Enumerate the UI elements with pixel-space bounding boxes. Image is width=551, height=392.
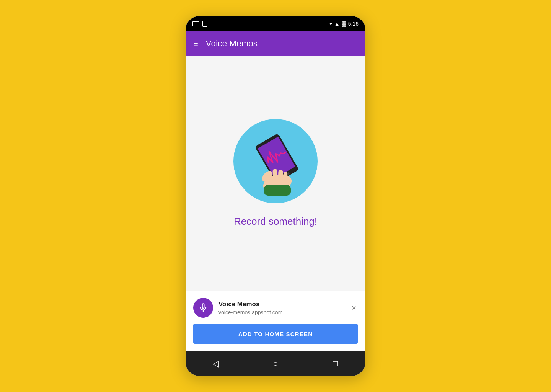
main-content: Record something! bbox=[186, 56, 365, 291]
svg-rect-5 bbox=[272, 169, 277, 183]
wifi-icon: ▾ bbox=[329, 21, 332, 27]
back-button[interactable]: ◁ bbox=[206, 354, 225, 373]
record-text: Record something! bbox=[234, 216, 317, 227]
signal-icon: ▲ bbox=[334, 21, 340, 27]
banner-app-icon bbox=[193, 298, 213, 318]
svg-rect-6 bbox=[278, 170, 283, 183]
status-bar: ▾ ▲ ▓ 5:16 bbox=[186, 16, 365, 31]
nav-bar: ◁ ○ □ bbox=[186, 351, 365, 376]
banner-app-text: Voice Memos voice-memos.appspot.com bbox=[218, 300, 282, 315]
recents-button[interactable]: □ bbox=[326, 354, 345, 373]
app-title: Voice Memos bbox=[206, 39, 258, 49]
home-button[interactable]: ○ bbox=[266, 354, 285, 373]
status-time: 5:16 bbox=[348, 21, 359, 27]
sim-status-icon bbox=[202, 21, 207, 27]
close-button[interactable]: × bbox=[350, 302, 358, 313]
menu-icon[interactable]: ≡ bbox=[193, 39, 198, 49]
battery-icon: ▓ bbox=[342, 21, 346, 27]
illustration-circle bbox=[233, 119, 318, 203]
banner-header: Voice Memos voice-memos.appspot.com × bbox=[193, 298, 358, 318]
add-to-home-button[interactable]: ADD TO HOME SCREEN bbox=[193, 324, 358, 344]
illustration-svg bbox=[241, 127, 310, 196]
image-status-icon bbox=[192, 21, 199, 26]
svg-rect-9 bbox=[264, 185, 291, 196]
phone-frame: ▾ ▲ ▓ 5:16 ≡ Voice Memos bbox=[186, 16, 365, 376]
status-icons-right: ▾ ▲ ▓ 5:16 bbox=[329, 21, 359, 27]
banner-url: voice-memos.appspot.com bbox=[218, 309, 282, 315]
banner-app-name: Voice Memos bbox=[218, 300, 282, 309]
status-icons-left bbox=[192, 21, 207, 27]
add-to-home-banner: Voice Memos voice-memos.appspot.com × AD… bbox=[186, 291, 365, 351]
banner-app-info: Voice Memos voice-memos.appspot.com bbox=[193, 298, 282, 318]
app-bar: ≡ Voice Memos bbox=[186, 31, 365, 56]
